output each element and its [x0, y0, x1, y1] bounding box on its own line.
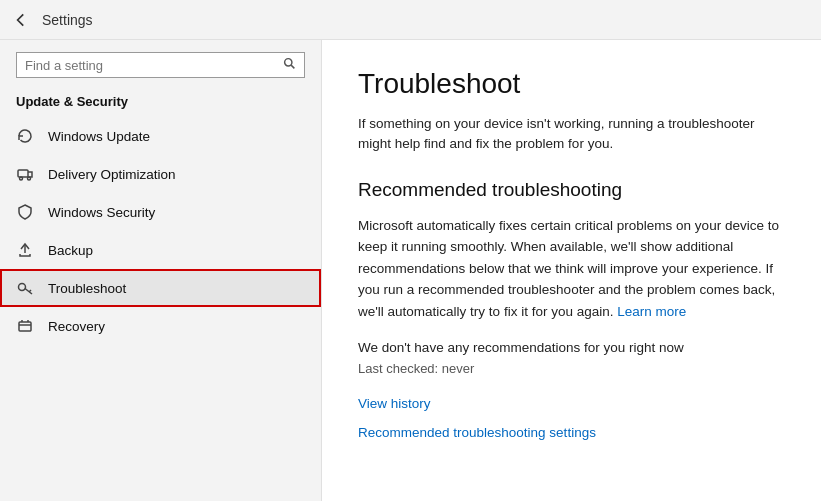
sidebar-item-windows-security[interactable]: Windows Security: [0, 193, 321, 231]
svg-point-4: [28, 177, 31, 180]
recommended-desc-text: Microsoft automatically fixes certain cr…: [358, 218, 779, 319]
section-label: Update & Security: [0, 90, 321, 117]
sidebar-item-delivery-optimization[interactable]: Delivery Optimization: [0, 155, 321, 193]
sidebar-item-windows-update[interactable]: Windows Update: [0, 117, 321, 155]
svg-rect-2: [18, 170, 28, 177]
sidebar-item-label: Recovery: [48, 319, 105, 334]
learn-more-link[interactable]: Learn more: [617, 304, 686, 319]
svg-point-3: [20, 177, 23, 180]
recovery-icon: [16, 317, 34, 335]
content-description: If something on your device isn't workin…: [358, 114, 785, 155]
back-button[interactable]: [12, 11, 30, 29]
sidebar-item-label: Windows Update: [48, 129, 150, 144]
search-input[interactable]: [25, 58, 277, 73]
sidebar-item-label: Windows Security: [48, 205, 155, 220]
title-bar: Settings: [0, 0, 821, 40]
content-area: Troubleshoot If something on your device…: [322, 40, 821, 501]
search-box[interactable]: [16, 52, 305, 78]
sidebar-item-label: Backup: [48, 243, 93, 258]
content-title: Troubleshoot: [358, 68, 785, 100]
main-layout: Update & Security Windows Update Deliver…: [0, 40, 821, 501]
delivery-icon: [16, 165, 34, 183]
search-icon[interactable]: [283, 57, 296, 73]
sidebar-item-label: Delivery Optimization: [48, 167, 176, 182]
svg-rect-9: [19, 322, 31, 331]
sidebar-item-troubleshoot[interactable]: Troubleshoot: [0, 269, 321, 307]
svg-line-1: [291, 65, 294, 68]
app-title: Settings: [42, 12, 93, 28]
sidebar: Update & Security Windows Update Deliver…: [0, 40, 322, 501]
svg-point-0: [285, 59, 292, 66]
backup-icon: [16, 241, 34, 259]
svg-point-6: [19, 284, 26, 291]
last-checked-text: Last checked: never: [358, 361, 785, 376]
key-icon: [16, 279, 34, 297]
shield-icon: [16, 203, 34, 221]
sidebar-item-recovery[interactable]: Recovery: [0, 307, 321, 345]
sidebar-item-backup[interactable]: Backup: [0, 231, 321, 269]
svg-line-8: [29, 290, 31, 292]
svg-line-7: [25, 289, 32, 295]
no-recommendations-text: We don't have any recommendations for yo…: [358, 340, 785, 355]
update-icon: [16, 127, 34, 145]
sidebar-item-label: Troubleshoot: [48, 281, 126, 296]
recommended-title: Recommended troubleshooting: [358, 179, 785, 201]
view-history-link[interactable]: View history: [358, 396, 785, 411]
nav-items-container: Windows Update Delivery Optimization Win…: [0, 117, 321, 345]
recommended-description: Microsoft automatically fixes certain cr…: [358, 215, 785, 323]
recommended-settings-link[interactable]: Recommended troubleshooting settings: [358, 425, 785, 440]
